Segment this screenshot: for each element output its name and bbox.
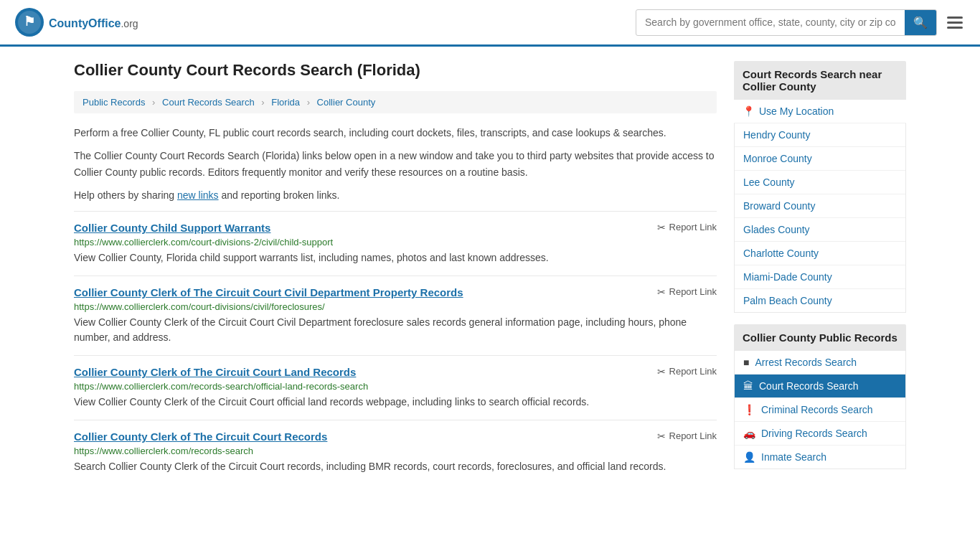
public-record-icon-2: ❗	[743, 404, 755, 415]
public-record-icon-4: 👤	[743, 451, 755, 463]
record-item: Collier County Clerk of The Circuit Cour…	[74, 276, 717, 355]
public-record-item: 🚗 Driving Records Search	[735, 422, 905, 446]
report-icon-2: ✂	[657, 366, 666, 377]
nearby-county-link-3[interactable]: Broward County	[735, 194, 905, 217]
nearby-county-link-4[interactable]: Glades County	[735, 218, 905, 241]
public-record-item: ❗ Criminal Records Search	[735, 398, 905, 422]
public-record-item: 👤 Inmate Search	[735, 446, 905, 468]
menu-line-2	[947, 22, 963, 24]
record-url-1: https://www.collierclerk.com/court-divis…	[74, 301, 717, 312]
description-2: The Collier County Court Records Search …	[74, 148, 717, 180]
search-icon: 🔍	[913, 17, 928, 29]
use-location[interactable]: 📍 Use My Location	[734, 100, 906, 123]
sidebar: Court Records Search near Collier County…	[734, 61, 906, 484]
description-3: Help others by sharing new links and rep…	[74, 187, 717, 203]
search-button[interactable]: 🔍	[905, 10, 936, 35]
nearby-county-item: Glades County	[735, 218, 905, 242]
menu-line-1	[947, 17, 963, 19]
sidebar-records-section: Collier County Public Records ■ Arrest R…	[734, 324, 906, 469]
record-desc-0: View Collier County, Florida child suppo…	[74, 250, 717, 265]
public-records-list: ■ Arrest Records Search 🏛 Court Records …	[734, 351, 906, 469]
nearby-county-link-5[interactable]: Charlotte County	[735, 242, 905, 265]
record-title-3[interactable]: Collier County Clerk of The Circuit Cour…	[74, 430, 327, 443]
public-record-link-2[interactable]: ❗ Criminal Records Search	[735, 398, 905, 421]
breadcrumb-sep-2: ›	[261, 97, 264, 108]
breadcrumb-sep-3: ›	[307, 97, 310, 108]
record-url-2: https://www.collierclerk.com/records-sea…	[74, 381, 717, 392]
nearby-county-link-0[interactable]: Hendry County	[735, 123, 905, 146]
nearby-county-link-6[interactable]: Miami-Dade County	[735, 265, 905, 288]
record-desc-1: View Collier County Clerk of the Circuit…	[74, 315, 717, 345]
page-title: Collier County Court Records Search (Flo…	[74, 61, 717, 80]
nearby-county-item: Charlotte County	[735, 242, 905, 265]
nearby-county-item: Miami-Dade County	[735, 265, 905, 289]
nearby-county-item: Hendry County	[735, 123, 905, 147]
logo-text: CountyOffice.org	[49, 14, 138, 30]
report-link-0[interactable]: ✂ Report Link	[657, 222, 717, 233]
nearby-county-list: Hendry CountyMonroe CountyLee CountyBrow…	[734, 123, 906, 313]
report-link-3[interactable]: ✂ Report Link	[657, 430, 717, 442]
nearby-county-link-7[interactable]: Palm Beach County	[735, 289, 905, 312]
records-container: Collier County Child Support Warrants ✂ …	[74, 211, 717, 484]
nearby-county-link-1[interactable]: Monroe County	[735, 147, 905, 170]
report-icon-3: ✂	[657, 430, 666, 442]
sidebar-nearby-heading: Court Records Search near Collier County	[734, 61, 906, 100]
sidebar-records-heading: Collier County Public Records	[734, 324, 906, 351]
nearby-county-link-2[interactable]: Lee County	[735, 171, 905, 194]
svg-text:⚑: ⚑	[24, 14, 35, 29]
public-record-link-1[interactable]: 🏛 Court Records Search	[735, 375, 905, 397]
new-links-link[interactable]: new links	[177, 189, 219, 201]
search-bar: 🔍	[636, 9, 937, 36]
nearby-county-item: Monroe County	[735, 147, 905, 171]
logo-icon: ⚑	[14, 7, 44, 37]
page-body: Collier County Court Records Search (Flo…	[60, 47, 920, 499]
public-record-item: ■ Arrest Records Search	[735, 351, 905, 375]
main-content: Collier County Court Records Search (Flo…	[74, 61, 717, 484]
record-item: Collier County Clerk of The Circuit Cour…	[74, 420, 717, 484]
record-url-0: https://www.collierclerk.com/court-divis…	[74, 237, 717, 248]
report-icon-0: ✂	[657, 222, 666, 233]
public-record-icon-1: 🏛	[743, 380, 753, 392]
record-title-1[interactable]: Collier County Clerk of The Circuit Cour…	[74, 286, 463, 298]
breadcrumb: Public Records › Court Records Search › …	[74, 91, 717, 113]
breadcrumb-collier[interactable]: Collier County	[317, 97, 376, 108]
description-1: Perform a free Collier County, FL public…	[74, 125, 717, 141]
menu-button[interactable]	[944, 14, 966, 32]
nearby-county-item: Lee County	[735, 171, 905, 194]
search-input[interactable]	[636, 11, 905, 34]
record-desc-2: View Collier County Clerk of the Circuit…	[74, 395, 717, 410]
breadcrumb-florida[interactable]: Florida	[271, 97, 300, 108]
record-title-0[interactable]: Collier County Child Support Warrants	[74, 222, 270, 234]
public-record-item: 🏛 Court Records Search	[735, 375, 905, 398]
record-url-3: https://www.collierclerk.com/records-sea…	[74, 446, 717, 456]
record-item: Collier County Clerk of The Circuit Cour…	[74, 355, 717, 420]
record-item: Collier County Child Support Warrants ✂ …	[74, 211, 717, 276]
record-desc-3: Search Collier County Clerk of the Circu…	[74, 459, 717, 474]
public-record-icon-0: ■	[743, 357, 749, 368]
site-header: ⚑ CountyOffice.org 🔍	[0, 0, 980, 47]
report-icon-1: ✂	[657, 286, 666, 298]
nearby-county-item: Broward County	[735, 194, 905, 218]
header-right: 🔍	[636, 9, 966, 36]
location-icon: 📍	[743, 105, 755, 117]
record-title-2[interactable]: Collier County Clerk of The Circuit Cour…	[74, 366, 356, 378]
public-record-icon-3: 🚗	[743, 428, 755, 439]
menu-line-3	[947, 27, 963, 29]
breadcrumb-public-records[interactable]: Public Records	[83, 97, 145, 108]
nearby-county-item: Palm Beach County	[735, 289, 905, 312]
public-record-link-4[interactable]: 👤 Inmate Search	[735, 446, 905, 468]
logo[interactable]: ⚑ CountyOffice.org	[14, 7, 138, 37]
breadcrumb-sep-1: ›	[152, 97, 155, 108]
report-link-1[interactable]: ✂ Report Link	[657, 286, 717, 298]
breadcrumb-court-records[interactable]: Court Records Search	[162, 97, 255, 108]
sidebar-nearby-section: Court Records Search near Collier County…	[734, 61, 906, 313]
report-link-2[interactable]: ✂ Report Link	[657, 366, 717, 377]
public-record-link-0[interactable]: ■ Arrest Records Search	[735, 351, 905, 374]
public-record-link-3[interactable]: 🚗 Driving Records Search	[735, 422, 905, 445]
